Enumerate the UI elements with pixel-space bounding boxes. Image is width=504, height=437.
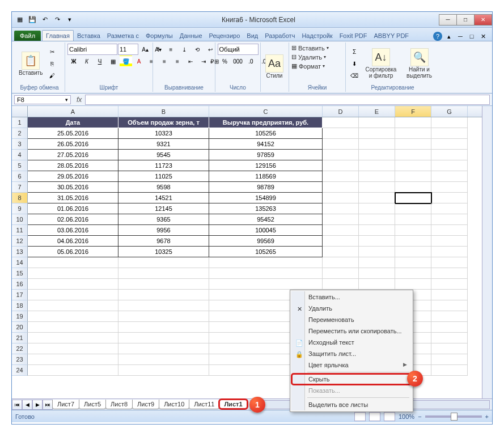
- cell[interactable]: [323, 203, 359, 214]
- cell[interactable]: [323, 182, 359, 193]
- format-cells-button[interactable]: ▦Формат ▾: [291, 62, 325, 70]
- tab-view[interactable]: Вид: [243, 31, 261, 41]
- save-icon[interactable]: 💾: [27, 15, 38, 25]
- tab-formulas[interactable]: Формулы: [142, 31, 176, 41]
- cell[interactable]: [431, 333, 468, 343]
- cell[interactable]: [431, 279, 468, 290]
- cell[interactable]: 01.06.2016: [28, 203, 118, 214]
- cell[interactable]: [395, 214, 431, 225]
- col-header-b[interactable]: B: [118, 106, 209, 117]
- cell[interactable]: [431, 343, 468, 354]
- minimize-button[interactable]: ─: [439, 14, 457, 26]
- cell[interactable]: [359, 268, 395, 279]
- cell[interactable]: 28.05.2016: [28, 160, 118, 171]
- align-middle-icon[interactable]: ≡: [165, 44, 177, 55]
- cell[interactable]: [28, 343, 118, 354]
- paste-button[interactable]: 📋 Вставить: [16, 50, 45, 77]
- row-header[interactable]: 15: [12, 268, 28, 279]
- row-header[interactable]: 23: [12, 354, 28, 365]
- row-header[interactable]: 9: [12, 203, 28, 214]
- cell[interactable]: [431, 225, 468, 236]
- cell[interactable]: 25.05.2016: [28, 128, 118, 139]
- cell[interactable]: [359, 150, 395, 160]
- row-header[interactable]: 4: [12, 150, 28, 160]
- cell[interactable]: 02.06.2016: [28, 214, 118, 225]
- cell[interactable]: [323, 193, 359, 203]
- row-header[interactable]: 6: [12, 171, 28, 182]
- cell[interactable]: [118, 354, 209, 365]
- cell[interactable]: 99569: [209, 236, 323, 247]
- cell[interactable]: [209, 268, 323, 279]
- cell[interactable]: [323, 268, 359, 279]
- cell[interactable]: [359, 117, 395, 128]
- context-menu-item[interactable]: Цвет ярлычка▶: [291, 359, 412, 371]
- row-header[interactable]: 13: [12, 247, 28, 257]
- cell[interactable]: [118, 343, 209, 354]
- tab-review[interactable]: Рецензиро: [206, 31, 244, 41]
- insert-cells-button[interactable]: ⊞Вставить ▾: [291, 44, 329, 52]
- cell[interactable]: [359, 160, 395, 171]
- cell[interactable]: [431, 214, 468, 225]
- cell[interactable]: 30.05.2016: [28, 182, 118, 193]
- cell[interactable]: [209, 279, 323, 290]
- sort-filter-button[interactable]: A↓ Сортировка и фильтр: [362, 47, 400, 80]
- name-box[interactable]: F8 ▾: [14, 95, 71, 104]
- context-menu-item[interactable]: 🔒Защитить лист...: [291, 348, 412, 359]
- row-header[interactable]: 12: [12, 236, 28, 247]
- sheet-tab[interactable]: Лист1: [219, 400, 247, 409]
- fill-color-icon[interactable]: 🪣: [120, 56, 132, 67]
- sheet-tab[interactable]: Лист8: [105, 400, 133, 409]
- copy-icon[interactable]: ⎘: [46, 58, 58, 69]
- cell[interactable]: 97859: [209, 150, 323, 160]
- cell[interactable]: [431, 150, 468, 160]
- border-icon[interactable]: ▦: [107, 56, 119, 67]
- cell[interactable]: 135263: [209, 203, 323, 214]
- row-header[interactable]: 10: [12, 214, 28, 225]
- cell[interactable]: [431, 354, 468, 365]
- select-all-corner[interactable]: [12, 106, 28, 117]
- cell[interactable]: [28, 322, 118, 333]
- cell[interactable]: [359, 247, 395, 257]
- view-layout-icon[interactable]: [369, 412, 380, 421]
- col-header-g[interactable]: G: [431, 106, 468, 117]
- cell[interactable]: 29.05.2016: [28, 171, 118, 182]
- cell[interactable]: [118, 257, 209, 268]
- ribbon-minimize-icon[interactable]: ▴: [444, 32, 454, 41]
- cell[interactable]: [395, 160, 431, 171]
- cell[interactable]: [118, 333, 209, 343]
- format-painter-icon[interactable]: 🖌: [46, 70, 58, 81]
- cell[interactable]: [359, 279, 395, 290]
- zoom-out-icon[interactable]: −: [418, 413, 421, 420]
- cell[interactable]: [431, 171, 468, 182]
- tab-layout[interactable]: Разметка с: [104, 31, 142, 41]
- zoom-slider[interactable]: [425, 415, 482, 418]
- cell[interactable]: [395, 268, 431, 279]
- underline-button[interactable]: Ч: [94, 56, 106, 67]
- cell[interactable]: [118, 290, 209, 300]
- cell[interactable]: 118569: [209, 171, 323, 182]
- cell[interactable]: 26.05.2016: [28, 139, 118, 150]
- row-header[interactable]: 8: [12, 193, 28, 203]
- cell[interactable]: 105265: [209, 247, 323, 257]
- cell[interactable]: 154899: [209, 193, 323, 203]
- cell[interactable]: [431, 236, 468, 247]
- tab-home[interactable]: Главная: [42, 30, 74, 41]
- cell[interactable]: [431, 139, 468, 150]
- cell[interactable]: [431, 160, 468, 171]
- formula-bar[interactable]: [85, 95, 490, 105]
- row-header[interactable]: 16: [12, 279, 28, 290]
- cell[interactable]: 100045: [209, 225, 323, 236]
- tab-developer[interactable]: Разработч: [261, 31, 298, 41]
- cell[interactable]: [359, 203, 395, 214]
- currency-icon[interactable]: ₽: [206, 56, 218, 67]
- cell[interactable]: [28, 333, 118, 343]
- row-header[interactable]: 21: [12, 333, 28, 343]
- cell[interactable]: [28, 290, 118, 300]
- align-bottom-icon[interactable]: ⤓: [178, 44, 190, 55]
- font-color-icon[interactable]: A: [133, 56, 145, 67]
- cell[interactable]: [431, 268, 468, 279]
- cell[interactable]: [395, 203, 431, 214]
- context-menu-item[interactable]: Переименовать: [291, 314, 412, 325]
- cell[interactable]: [28, 279, 118, 290]
- cell[interactable]: 9598: [118, 182, 209, 193]
